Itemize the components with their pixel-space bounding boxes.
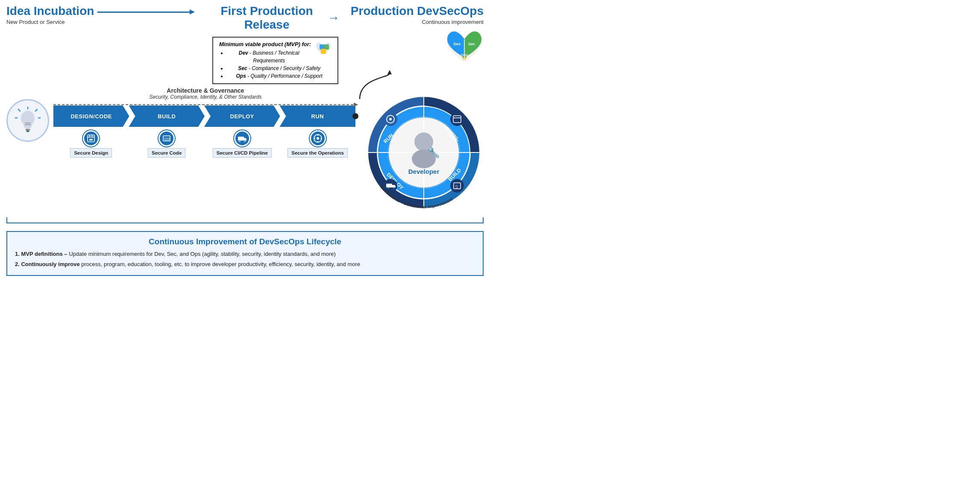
svg-marker-34 <box>387 70 392 74</box>
bottom-item-1: 1. MVP definitions – Update minimum requ… <box>15 250 475 258</box>
circle-diagram-svg: DESIGN/ CODE BUILD DEPLOY RUN 01 10 <box>364 93 484 212</box>
idea-title-arrow <box>97 12 191 13</box>
svg-point-56 <box>393 187 395 189</box>
middle-section: Architecture & Governance Security, Comp… <box>6 86 484 214</box>
middle-row: DESIGN/CODE BUILD DEPLOY RUN <box>6 86 484 214</box>
pipeline-container: DESIGN/CODE BUILD DEPLOY RUN <box>53 105 355 158</box>
design-label: Secure Design <box>70 148 112 158</box>
prod-subtitle: Continuous improvement <box>351 19 484 25</box>
prod-title: Production DevSecOps <box>351 4 484 18</box>
mvp-item-ops: Ops - Quality / Performance / Support <box>227 72 332 80</box>
pipeline-segment-deploy: DEPLOY <box>204 105 280 127</box>
svg-rect-25 <box>238 137 244 141</box>
pipeline-icons-row: Secure Design 01010 10101 Secure Code <box>53 130 355 158</box>
svg-point-29 <box>317 137 319 140</box>
svg-rect-17 <box>88 135 94 142</box>
idea-title: Idea Incubation <box>6 4 191 18</box>
code-label: Secure Code <box>148 148 185 158</box>
pipeline-segment-run: RUN <box>280 105 356 127</box>
cicd-label: Secure CI/CD Pipeline <box>213 148 272 158</box>
pipeline-icon-design: Secure Design <box>53 130 129 158</box>
svg-point-59 <box>389 118 392 120</box>
pipeline-icon-code: 01010 10101 Secure Code <box>129 130 205 158</box>
bottom-bracket-right <box>370 217 484 223</box>
dashed-line-arrowhead <box>354 103 358 107</box>
pipeline-segment-design-code: DESIGN/CODE <box>53 105 129 127</box>
production-section: Production DevSecOps Continuous improvem… <box>351 4 484 64</box>
bottom-bracket-left <box>6 217 370 223</box>
mvp-box-title: Minimum viable product (MVP) for: <box>219 41 332 47</box>
devsecops-heart-icon: Dev Sec Ops <box>445 27 484 64</box>
bottom-item-2: 2. Continuously improve process, program… <box>15 260 475 269</box>
idea-title-text: Idea Incubation <box>6 4 94 18</box>
svg-rect-54 <box>386 184 392 187</box>
lightbulb-circle <box>6 99 49 142</box>
svg-line-11 <box>35 109 37 111</box>
bottom-title: Continuous Improvement of DevSecOps Life… <box>15 237 475 246</box>
svg-rect-21 <box>89 139 93 141</box>
mvp-item-sec: Sec - Compliance / Security / Safety <box>227 64 332 72</box>
code-icon-circle: 01010 10101 <box>158 130 175 146</box>
svg-text:🔧: 🔧 <box>427 146 440 158</box>
ops-icon-circle <box>310 130 326 146</box>
pipeline-segment-build: BUILD <box>129 105 205 127</box>
bottom-bracket-row <box>6 217 484 223</box>
svg-text:Dev: Dev <box>454 42 461 46</box>
svg-point-27 <box>244 140 246 142</box>
pipeline-end-dot <box>352 113 358 119</box>
idea-subtitle: New Product or Service <box>6 19 191 25</box>
pipeline-icon-ops: Secure the Operations <box>280 130 355 158</box>
svg-text:10101: 10101 <box>164 139 170 141</box>
svg-rect-15 <box>26 129 30 131</box>
svg-point-55 <box>387 187 389 189</box>
svg-text:Ops: Ops <box>461 53 468 57</box>
svg-point-46 <box>450 112 464 126</box>
svg-line-8 <box>18 109 20 111</box>
bottom-section: Continuous Improvement of DevSecOps Life… <box>6 231 484 276</box>
svg-point-26 <box>239 140 241 142</box>
header-row: Idea Incubation New Product or Service F… <box>6 4 484 84</box>
devsecops-circle: DESIGN/ CODE BUILD DEPLOY RUN 01 10 <box>364 93 484 214</box>
design-icon-circle <box>83 130 99 146</box>
svg-point-12 <box>21 111 35 126</box>
svg-text:10: 10 <box>455 187 458 189</box>
mvp-box: Minimum viable product (MVP) for: Dev - … <box>212 37 338 84</box>
svg-rect-2 <box>321 49 326 54</box>
svg-text:Sec: Sec <box>468 42 475 46</box>
dashed-governance-line <box>53 104 358 105</box>
cicd-icon-circle <box>234 130 250 146</box>
first-production-title: First Production Release → <box>208 4 342 32</box>
first-production-section: First Production Release → Minimum viabl… <box>200 4 350 84</box>
ops-label: Secure the Operations <box>288 148 348 158</box>
svg-text:Developer: Developer <box>408 168 440 175</box>
idea-section: Idea Incubation New Product or Service <box>6 4 191 25</box>
pipeline-arrow: DESIGN/CODE BUILD DEPLOY RUN <box>53 105 355 127</box>
main-container: Idea Incubation New Product or Service F… <box>0 0 490 280</box>
pipeline-icon-cicd: Secure CI/CD Pipeline <box>205 130 280 158</box>
svg-rect-16 <box>26 131 29 132</box>
lightbulb-icon <box>15 107 41 135</box>
curved-arrow-icon <box>355 69 398 103</box>
